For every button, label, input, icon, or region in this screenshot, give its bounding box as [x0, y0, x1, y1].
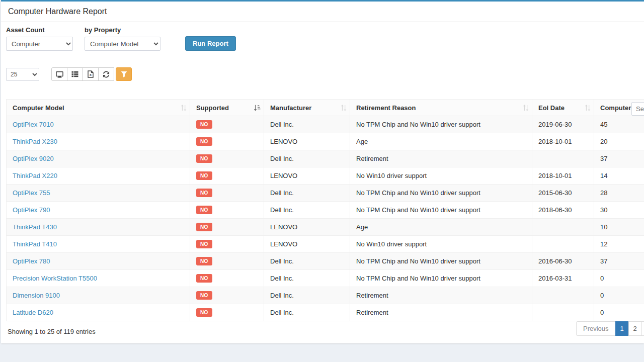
- manufacturer-cell: Dell Inc.: [264, 253, 350, 270]
- panel-body: Asset Count Computer by Property Compute…: [1, 22, 644, 340]
- supported-badge: NO: [196, 120, 212, 129]
- manufacturer-cell: Dell Inc.: [264, 116, 350, 133]
- computer-count-cell: 20: [594, 133, 644, 150]
- column-header-computer-model[interactable]: Computer Model: [7, 100, 190, 116]
- refresh-button[interactable]: [98, 67, 114, 81]
- supported-badge: NO: [196, 206, 212, 214]
- svg-text:x: x: [90, 73, 92, 76]
- eol-date-cell: [532, 304, 594, 321]
- table-row: OptiPlex 780NODell Inc.No TPM Chip and N…: [7, 253, 644, 270]
- column-label: Eol Date: [538, 104, 565, 112]
- supported-badge: NO: [196, 257, 212, 265]
- pagination-previous-button[interactable]: Previous: [576, 321, 616, 336]
- manufacturer-cell: Dell Inc.: [264, 287, 350, 304]
- table-row: OptiPlex 9020NODell Inc.Retirement37: [7, 150, 644, 167]
- computer-count-cell: 0: [594, 287, 644, 304]
- pagination: Previous123: [577, 321, 644, 336]
- retirement-reason-cell: Retirement: [350, 304, 532, 321]
- pagination-page-1-button[interactable]: 1: [615, 321, 629, 336]
- report-table: Computer ModelSupportedManufacturerRetir…: [6, 99, 644, 321]
- computer-model-link[interactable]: ThinkPad T410: [13, 240, 57, 248]
- manufacturer-cell: LENOVO: [264, 167, 350, 185]
- computer-model-link[interactable]: Dimension 9100: [13, 292, 60, 299]
- sort-both-icon: [523, 105, 529, 111]
- eol-date-cell: 2016-06-30: [532, 253, 594, 270]
- table-row: ThinkPad T410NOLENOVONo Win10 driver sup…: [7, 236, 644, 253]
- table-row: OptiPlex 7010NODell Inc.No TPM Chip and …: [7, 116, 644, 133]
- retirement-reason-cell: Age: [350, 219, 532, 236]
- manufacturer-cell: LENOVO: [264, 133, 350, 150]
- computer-count-cell: 45: [594, 116, 644, 133]
- view-display-button[interactable]: [51, 67, 67, 81]
- column-header-retirement-reason[interactable]: Retirement Reason: [350, 100, 532, 116]
- computer-model-link[interactable]: OptiPlex 7010: [13, 121, 54, 128]
- table-row: ThinkPad T430NOLENOVOAge10: [7, 219, 644, 236]
- sort-both-icon: [181, 105, 187, 111]
- supported-badge: NO: [196, 274, 212, 283]
- asset-count-select[interactable]: Computer: [6, 37, 73, 51]
- eol-date-cell: 2018-10-01: [532, 167, 594, 185]
- page-length-select[interactable]: 25: [6, 68, 39, 81]
- computer-count-cell: 37: [594, 150, 644, 167]
- retirement-reason-cell: No TPM Chip and No Win10 driver support: [350, 116, 532, 133]
- manufacturer-cell: Dell Inc.: [264, 150, 350, 167]
- table-toolbar: 25 x: [6, 67, 639, 81]
- computer-model-link[interactable]: OptiPlex 9020: [13, 155, 54, 162]
- retirement-reason-cell: No TPM Chip and No Win10 driver support: [350, 270, 532, 287]
- table-row: OptiPlex 755NODell Inc.No TPM Chip and N…: [7, 185, 644, 202]
- retirement-reason-cell: Retirement: [350, 287, 532, 304]
- entries-info: Showing 1 to 25 of 119 entries: [8, 328, 639, 335]
- computer-count-cell: 10: [594, 219, 644, 236]
- retirement-reason-cell: No TPM Chip and No Win10 driver support: [350, 253, 532, 270]
- refresh-icon: [103, 71, 110, 78]
- column-header-supported[interactable]: Supported: [190, 100, 264, 116]
- eol-date-cell: [532, 236, 594, 253]
- report-panel: Computer Hardware Report Asset Count Com…: [1, 0, 644, 343]
- report-filter-row: Asset Count Computer by Property Compute…: [6, 26, 639, 51]
- filter-button[interactable]: [116, 67, 132, 81]
- manufacturer-cell: LENOVO: [264, 219, 350, 236]
- eol-date-cell: [532, 150, 594, 167]
- column-header-eol-date[interactable]: Eol Date: [532, 100, 594, 116]
- computer-model-link[interactable]: Precision WorkStation T5500: [13, 275, 97, 282]
- computer-count-cell: 30: [594, 202, 644, 219]
- eol-date-cell: [532, 219, 594, 236]
- supported-badge: NO: [196, 223, 212, 231]
- pagination-page-2-button[interactable]: 2: [628, 321, 642, 336]
- by-property-select[interactable]: Computer Model: [85, 37, 160, 51]
- panel-header: Computer Hardware Report: [1, 2, 644, 22]
- eol-date-cell: 2016-03-31: [532, 270, 594, 287]
- pagination-page-3-button[interactable]: 3: [641, 321, 644, 336]
- search-input[interactable]: [631, 102, 644, 116]
- computer-model-link[interactable]: OptiPlex 755: [13, 189, 50, 197]
- filter-icon: [121, 71, 127, 77]
- computer-model-link[interactable]: ThinkPad X230: [13, 138, 57, 145]
- manufacturer-cell: Dell Inc.: [264, 270, 350, 287]
- retirement-reason-cell: Retirement: [350, 150, 532, 167]
- page-title: Computer Hardware Report: [8, 7, 107, 16]
- computer-model-link[interactable]: ThinkPad X220: [13, 172, 57, 179]
- manufacturer-cell: Dell Inc.: [264, 185, 350, 202]
- supported-badge: NO: [196, 189, 212, 197]
- table-row: ThinkPad X220NOLENOVONo Win10 driver sup…: [7, 167, 644, 185]
- supported-badge: NO: [196, 137, 212, 146]
- export-excel-button[interactable]: x: [83, 67, 99, 81]
- computer-model-link[interactable]: Latitude D620: [13, 309, 53, 316]
- table-body: OptiPlex 7010NODell Inc.No TPM Chip and …: [7, 116, 644, 321]
- eol-date-cell: 2018-06-30: [532, 202, 594, 219]
- manufacturer-cell: Dell Inc.: [264, 202, 350, 219]
- columns-list-button[interactable]: [67, 67, 83, 81]
- computer-model-link[interactable]: OptiPlex 780: [13, 257, 50, 265]
- column-header-manufacturer[interactable]: Manufacturer: [264, 100, 350, 116]
- run-report-button[interactable]: Run Report: [185, 36, 236, 51]
- column-label: Computer Model: [13, 104, 64, 112]
- column-label: Manufacturer: [270, 104, 311, 112]
- table-header-row: Computer ModelSupportedManufacturerRetir…: [7, 100, 644, 116]
- table-row: Precision WorkStation T5500NODell Inc.No…: [7, 270, 644, 287]
- retirement-reason-cell: Age: [350, 133, 532, 150]
- supported-badge: NO: [196, 240, 212, 248]
- supported-badge: NO: [196, 291, 212, 300]
- computer-model-link[interactable]: OptiPlex 790: [13, 206, 50, 214]
- by-property-label: by Property: [85, 26, 160, 34]
- computer-model-link[interactable]: ThinkPad T430: [13, 223, 57, 231]
